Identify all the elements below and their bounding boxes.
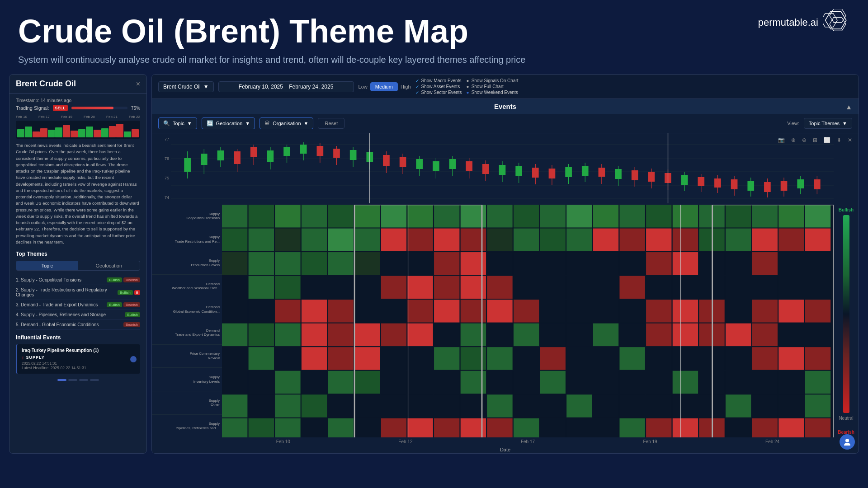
theme-item-4: 4. Supply - Pipelines, Refineries and St… <box>16 310 140 320</box>
svg-rect-10 <box>184 158 191 172</box>
scale-bar-area: Bullish Neutral Bearish <box>834 205 859 437</box>
svg-rect-224 <box>752 324 778 346</box>
mini-bar <box>17 129 24 138</box>
svg-rect-235 <box>434 347 459 370</box>
svg-rect-137 <box>275 252 300 275</box>
svg-rect-258 <box>434 371 459 394</box>
date-range-input[interactable]: February 10, 2025 – February 24, 2025 <box>218 81 354 92</box>
svg-rect-194 <box>566 300 592 322</box>
organisation-filter[interactable]: 🏛 Organisation ▼ <box>259 117 313 129</box>
geolocation-filter[interactable]: 🔄 Geolocation ▼ <box>202 117 255 129</box>
svg-rect-14 <box>217 150 224 160</box>
svg-rect-204 <box>222 324 247 346</box>
download-icon[interactable]: ⬇ <box>835 136 843 144</box>
svg-rect-234 <box>407 347 433 370</box>
svg-rect-200 <box>726 300 751 322</box>
heatmap-svg <box>222 205 834 437</box>
svg-rect-157 <box>805 252 830 275</box>
svg-rect-183 <box>275 300 300 322</box>
svg-rect-197 <box>646 300 671 322</box>
svg-rect-140 <box>354 252 380 275</box>
svg-rect-38 <box>416 159 423 169</box>
svg-rect-253 <box>302 371 327 394</box>
signal-medium-btn[interactable]: Medium <box>370 82 398 91</box>
zoom-out-icon[interactable]: ⊖ <box>800 136 808 144</box>
svg-rect-254 <box>328 371 354 394</box>
svg-rect-227 <box>222 347 247 370</box>
svg-rect-158 <box>222 276 247 299</box>
svg-rect-64 <box>632 170 638 180</box>
tab-geolocation[interactable]: Geolocation <box>78 261 140 270</box>
svg-rect-78 <box>747 181 754 191</box>
sell-badge: SELL <box>53 105 68 111</box>
camera-icon[interactable]: 📷 <box>776 136 787 144</box>
agent-icon <box>843 437 852 446</box>
row-label-6: DemandTrade and Export Dynamics <box>152 321 222 345</box>
logo-icon <box>823 9 850 36</box>
svg-rect-24 <box>300 145 307 154</box>
svg-rect-178 <box>752 276 778 299</box>
signal-bar-fill <box>71 107 113 109</box>
close-button[interactable]: × <box>136 80 140 88</box>
page-title: Crude Oil (Brent) Theme Map <box>18 14 850 49</box>
svg-rect-228 <box>249 347 274 370</box>
bullish-label: Bullish <box>839 207 854 212</box>
events-collapse-btn[interactable]: ▲ <box>845 103 852 110</box>
svg-rect-218 <box>593 324 618 346</box>
heatmap-grid <box>222 205 834 437</box>
svg-rect-296 <box>222 418 247 437</box>
svg-rect-209 <box>354 324 380 346</box>
svg-rect-192 <box>514 300 539 322</box>
row-label-3: SupplyProduction Levels <box>152 251 222 275</box>
svg-rect-36 <box>400 157 406 167</box>
mini-bar <box>101 128 108 137</box>
svg-rect-156 <box>778 252 804 275</box>
svg-rect-297 <box>249 418 274 437</box>
topic-filter[interactable]: 🔍 Topic ▼ <box>158 117 197 129</box>
row-labels: SupplyGeopolitical Tensions SupplyTrade … <box>152 205 222 437</box>
theme-item-2: 2. Supply - Trade Restrictions and Regul… <box>16 285 140 300</box>
expand-icon[interactable]: ⬜ <box>822 136 832 144</box>
svg-rect-261 <box>514 371 539 394</box>
svg-rect-93 <box>328 205 354 227</box>
svg-rect-299 <box>302 418 327 437</box>
svg-rect-278 <box>354 394 380 417</box>
svg-rect-271 <box>778 371 804 394</box>
svg-rect-230 <box>302 347 327 370</box>
svg-rect-134 <box>805 229 830 251</box>
org-icon: 🏛 <box>264 120 270 127</box>
svg-rect-244 <box>673 347 698 370</box>
timestamp: Timestamp: 14 minutes ago <box>16 98 140 103</box>
svg-rect-288 <box>619 394 645 417</box>
view-value: Topic Themes <box>809 121 840 126</box>
mini-bar <box>40 128 47 137</box>
svg-rect-135 <box>222 252 247 275</box>
view-dropdown[interactable]: Topic Themes ▼ <box>804 118 852 129</box>
commodity-value: Brent Crude Oil <box>163 84 201 90</box>
sector-check: ✓ <box>415 90 419 95</box>
svg-rect-285 <box>540 394 566 417</box>
copy-icon[interactable]: ⊞ <box>811 136 819 144</box>
x-label-1: Feb 10 <box>276 439 290 444</box>
events-title: Events <box>494 103 516 110</box>
svg-rect-168 <box>487 276 512 299</box>
svg-rect-106 <box>673 205 698 227</box>
svg-rect-193 <box>540 300 566 322</box>
svg-rect-174 <box>646 276 671 299</box>
svg-rect-125 <box>566 229 592 251</box>
svg-rect-111 <box>805 205 830 227</box>
commodity-dropdown[interactable]: Brent Crude Oil ▼ <box>158 81 214 92</box>
svg-rect-177 <box>726 276 751 299</box>
mini-chart <box>16 121 140 139</box>
close-chart-icon[interactable]: ✕ <box>846 136 854 144</box>
chart-tools: 📷 ⊕ ⊖ ⊞ ⬜ ⬇ ✕ <box>776 136 854 144</box>
reset-button[interactable]: Reset <box>318 118 344 129</box>
left-panel-header: Brent Crude Oil × <box>9 75 146 94</box>
row-label-5: DemandGlobal Economic Condition... <box>152 298 222 322</box>
svg-rect-229 <box>275 347 300 370</box>
zoom-in-icon[interactable]: ⊕ <box>789 136 797 144</box>
svg-rect-181 <box>222 300 247 322</box>
agent-button[interactable] <box>840 434 855 450</box>
signal-percentage: 75% <box>131 106 140 111</box>
tab-topic[interactable]: Topic <box>16 261 78 270</box>
